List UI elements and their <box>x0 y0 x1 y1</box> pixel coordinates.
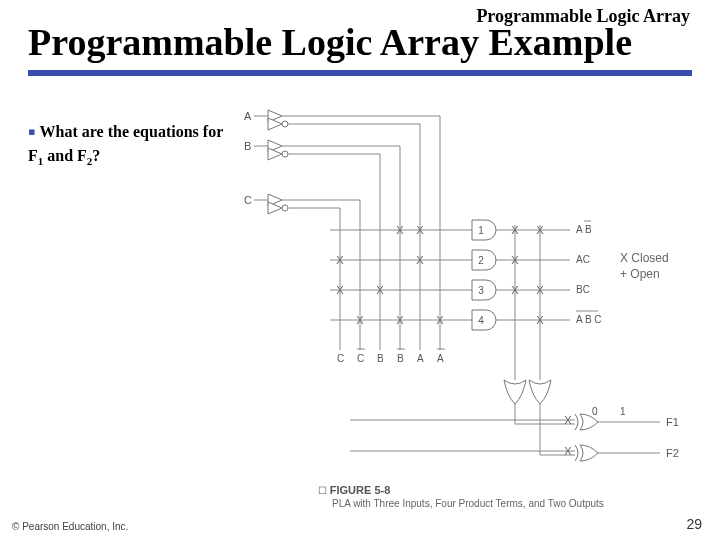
product-term-3: BC <box>576 284 590 295</box>
page-number: 29 <box>686 516 702 532</box>
svg-text:X: X <box>511 254 519 266</box>
fuse-label-0: 0 <box>592 406 598 417</box>
svg-text:X: X <box>396 224 404 236</box>
legend-closed: X Closed <box>620 251 669 265</box>
and-row-4: X X X 4 A B C <box>330 310 602 330</box>
question-text-3: ? <box>92 147 100 164</box>
svg-marker-9 <box>268 148 282 160</box>
fuse-label-1: 1 <box>620 406 626 417</box>
vlabel-5: A <box>437 353 444 364</box>
and-label-2: 2 <box>478 255 484 266</box>
and-row-1: X X 1 A B <box>330 220 592 240</box>
vlabel-3: B <box>397 353 404 364</box>
svg-text:X: X <box>536 224 544 236</box>
or-gate-2 <box>529 380 551 455</box>
product-term-2: AC <box>576 254 590 265</box>
pla-diagram: A B C <box>240 100 700 510</box>
input-buffer-b: B <box>244 140 400 160</box>
figure-caption: FIGURE 5-8 <box>330 484 391 496</box>
title-underline <box>28 70 692 76</box>
vlabel-0: C <box>337 353 344 364</box>
input-label-c: C <box>244 194 252 206</box>
xor-output-1: X 0 1 F1 <box>350 406 679 430</box>
svg-text:X: X <box>564 414 572 426</box>
and-row-3: X X 3 BC <box>330 280 590 300</box>
page-title: Programmable Logic Array Example <box>28 20 632 64</box>
svg-text:X: X <box>376 284 384 296</box>
svg-text:X: X <box>536 284 544 296</box>
svg-text:X: X <box>436 314 444 326</box>
output-f2: F2 <box>666 447 679 459</box>
product-term-4: A B C <box>576 314 602 325</box>
vlabel-4: A <box>417 353 424 364</box>
vlabel-1: C <box>357 353 364 364</box>
svg-text:X: X <box>416 224 424 236</box>
svg-text:X: X <box>511 284 519 296</box>
question-text-2: and F <box>43 147 87 164</box>
svg-text:X: X <box>336 254 344 266</box>
svg-point-10 <box>282 151 288 157</box>
svg-text:X: X <box>511 224 519 236</box>
input-buffer-a: A <box>244 110 440 130</box>
question-bullet: ▪ What are the equations for F1 and F2? <box>28 118 228 168</box>
svg-marker-15 <box>268 202 282 214</box>
or-gate-1 <box>504 380 526 424</box>
svg-text:X: X <box>396 314 404 326</box>
svg-point-4 <box>282 121 288 127</box>
and-row-2: X X 2 AC <box>330 250 590 270</box>
and-label-4: 4 <box>478 315 484 326</box>
svg-text:X: X <box>336 284 344 296</box>
svg-text:X: X <box>536 314 544 326</box>
svg-point-16 <box>282 205 288 211</box>
figure-caption-box: ☐ FIGURE 5-8 <box>318 484 390 496</box>
svg-text:X: X <box>564 445 572 457</box>
input-label-b: B <box>244 140 251 152</box>
output-f1: F1 <box>666 416 679 428</box>
svg-marker-3 <box>268 118 282 130</box>
xor-output-2: X F2 <box>350 445 679 461</box>
pla-svg: A B C <box>240 100 700 510</box>
vlabel-2: B <box>377 353 384 364</box>
and-label-3: 3 <box>478 285 484 296</box>
product-term-1: A B <box>576 224 592 235</box>
svg-text:X: X <box>356 314 364 326</box>
svg-text:X: X <box>416 254 424 266</box>
bullet-marker-icon: ▪ <box>28 119 36 144</box>
copyright: © Pearson Education, Inc. <box>12 521 128 532</box>
input-buffer-c: C <box>244 194 360 214</box>
legend-open: + Open <box>620 267 660 281</box>
input-label-a: A <box>244 110 252 122</box>
figure-subcaption: PLA with Three Inputs, Four Product Term… <box>332 498 604 509</box>
and-label-1: 1 <box>478 225 484 236</box>
